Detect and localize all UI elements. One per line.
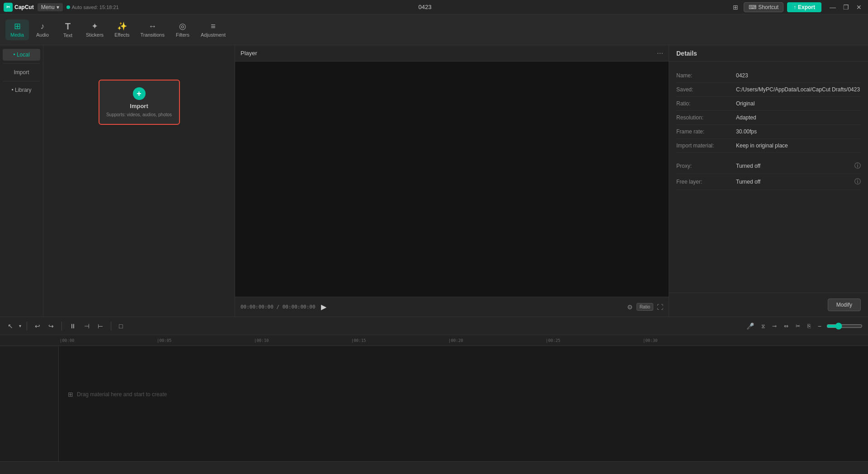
drag-hint-text: Drag material here and start to create [77,391,167,398]
cursor-dropdown[interactable]: ▾ [19,323,21,328]
timeline-left-gutter [0,346,59,461]
media-icon: ⊞ [14,22,21,30]
ruler-mark-30: |00:30 [642,338,739,343]
cursor-tool[interactable]: ↖ [5,321,15,331]
trim-start-button[interactable]: ⊣ [82,321,92,331]
timeline-content: ⊞ Drag material here and start to create [0,346,868,461]
detail-row-ratio: Ratio: Original [676,97,861,111]
import-box-label: Import [130,103,148,109]
nav-import[interactable]: Import [3,66,40,78]
trim-end-button[interactable]: ⊢ [95,321,105,331]
toolbar-filters[interactable]: ◎ Filters [171,19,194,40]
detail-value-framerate: 30.00fps [736,128,757,135]
detail-label-framerate: Frame rate: [676,128,731,135]
detail-value-resolution: Adapted [736,114,756,121]
detail-label-freelayer: Free layer: [676,179,731,185]
main-area: • Local Import • Library + Import Suppor… [0,45,868,317]
zoom-slider[interactable] [826,322,863,330]
fullscreen-button[interactable]: ⛶ [657,303,663,311]
menu-button[interactable]: Menu ▾ [38,3,63,11]
layout-button[interactable]: ⊞ [731,3,740,12]
detail-value-proxy: Turned off [736,163,849,169]
ruler-mark-10: |00:10 [253,338,350,343]
toolbar-effects[interactable]: ✨ Effects [110,19,134,40]
player-canvas [235,62,669,297]
logo-icon: ✂ [4,3,13,12]
proxy-toggle-icon[interactable]: ⓘ [854,162,861,170]
player-controls: 00:00:00:00 / 00:00:00:00 ▶ ⚙ Ratio ⛶ [235,297,669,317]
play-button[interactable]: ▶ [321,303,326,311]
ruler-mark-15: |00:15 [350,338,448,343]
left-panel: • Local Import • Library + Import Suppor… [0,45,235,317]
close-button[interactable]: ✕ [854,3,864,12]
toolbar-transitions[interactable]: ↔ Transitions [136,19,169,40]
player-menu-icon[interactable]: ⋯ [657,50,663,57]
toolbar-adjustment[interactable]: ≡ Adjustment [196,19,230,40]
minimize-button[interactable]: — [827,3,839,12]
ratio-badge[interactable]: Ratio [637,303,653,311]
toolbar-audio[interactable]: ♪ Audio [31,19,54,40]
media-content: + Import Supports: videos, audios, photo… [43,45,235,317]
nav-library[interactable]: • Library [3,84,40,96]
time-display: 00:00:00:00 / 00:00:00:00 [241,304,316,310]
shortcut-button[interactable]: ⌨ Shortcut [744,2,783,12]
toolbar-stickers[interactable]: ✦ Stickers [81,19,108,40]
project-title: 0423 [123,4,728,10]
import-box[interactable]: + Import Supports: videos, audios, photo… [99,80,180,125]
detail-value-name: 0423 [736,72,748,79]
player-settings-icon[interactable]: ⚙ [627,303,633,311]
bottom-bar [0,461,868,474]
detail-label-ratio: Ratio: [676,100,731,107]
detail-value-import-material: Keep in original place [736,142,788,149]
stickers-icon: ✦ [91,22,98,30]
delete-button[interactable]: □ [117,321,125,331]
player-controls-right: ⚙ Ratio ⛶ [627,303,663,311]
copy-button[interactable]: ⎘ [805,322,813,331]
freelayer-toggle-icon[interactable]: ⓘ [854,178,861,186]
ruler-mark-20: |00:20 [448,338,545,343]
player-panel: Player ⋯ 00:00:00:00 / 00:00:00:00 ▶ ⚙ R… [235,45,669,317]
detail-value-ratio: Original [736,100,755,107]
timeline-tracks[interactable]: ⊞ Drag material here and start to create [59,346,868,461]
modify-button[interactable]: Modify [828,299,861,311]
split-button[interactable]: ⏸ [67,321,78,331]
detail-label-name: Name: [676,72,731,79]
nav-local[interactable]: • Local [3,49,40,61]
timeline-toolbar-right: 🎤 ⧖ ⊸ ⇔ ✂ ⎘ − [744,321,863,331]
detail-value-freelayer: Turned off [736,179,849,185]
toolbar-media[interactable]: ⊞ Media [5,19,29,40]
app-name: CapCut [14,4,34,10]
detail-label-proxy: Proxy: [676,163,731,169]
detail-spacer [676,153,861,158]
mic-button[interactable]: 🎤 [744,321,756,331]
filters-icon: ◎ [179,22,186,30]
redo-button[interactable]: ↪ [46,321,56,331]
nav-divider-2 [3,81,40,81]
restore-button[interactable]: ❐ [840,3,852,12]
title-bar-right: ⊞ ⌨ Shortcut ↑ Export — ❐ ✕ [731,2,864,12]
ruler-mark-0: |00:00 [59,338,156,343]
detail-row-import-material: Import material: Keep in original place [676,139,861,153]
toolbar-text[interactable]: T Text [56,19,80,41]
adjustment-icon: ≡ [211,22,216,30]
detail-row-framerate: Frame rate: 30.00fps [676,125,861,139]
unlink-button[interactable]: ⊸ [770,322,779,331]
text-icon: T [65,22,71,31]
details-title: Details [676,50,697,57]
drag-hint-icon: ⊞ [68,391,73,398]
detail-label-resolution: Resolution: [676,114,731,121]
cut-button[interactable]: ✂ [793,322,802,331]
undo-button[interactable]: ↩ [33,321,42,331]
ruler-marks: |00:00 |00:05 |00:10 |00:15 |00:20 |00:2… [59,338,739,343]
import-plus-icon: + [133,87,146,100]
export-button[interactable]: ↑ Export [787,2,821,12]
details-panel: Details Name: 0423 Saved: C:/Users/MyPC/… [669,45,868,317]
link2-button[interactable]: ⇔ [782,322,791,331]
import-box-sublabel: Supports: videos, audios, photos [106,112,172,117]
details-header: Details [669,45,868,62]
zoomout-button[interactable]: − [816,321,824,331]
link-button[interactable]: ⧖ [759,322,767,331]
drag-hint: ⊞ Drag material here and start to create [68,391,167,398]
detail-row-saved: Saved: C:/Users/MyPC/AppData/Local/CapCu… [676,83,861,97]
timeline-ruler: |00:00 |00:05 |00:10 |00:15 |00:20 |00:2… [0,335,868,346]
